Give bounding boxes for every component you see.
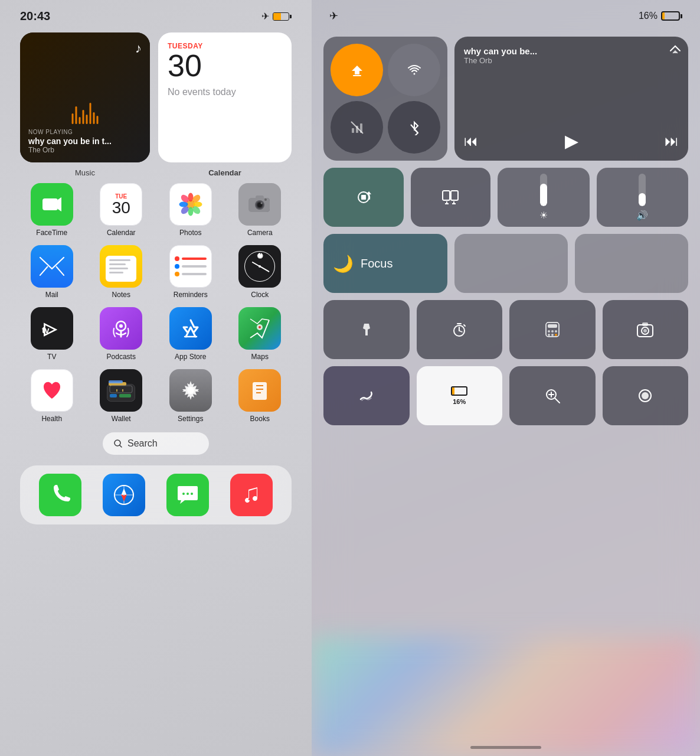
app-podcasts[interactable]: Podcasts	[90, 307, 153, 361]
podcasts-icon	[100, 307, 142, 350]
cc-cellular-toggle[interactable]	[331, 101, 383, 154]
tv-label: TV	[47, 353, 56, 361]
svg-rect-13	[256, 195, 264, 199]
calendar-icon: TUE 30	[100, 183, 142, 226]
app-photos[interactable]: Photos	[159, 183, 223, 237]
svg-rect-63	[443, 191, 450, 200]
app-calendar[interactable]: TUE 30 Calendar	[90, 183, 153, 237]
svg-point-91	[642, 392, 649, 399]
maps-label: Maps	[251, 353, 269, 361]
search-bar[interactable]: Search	[20, 432, 292, 455]
cc-flashlight-btn[interactable]	[323, 300, 410, 359]
now-playing-artist: The Orb	[28, 146, 142, 154]
cc-shazam-btn[interactable]	[323, 366, 410, 425]
photos-icon	[169, 183, 212, 226]
cc-row-5: 16%	[323, 366, 688, 425]
app-reminders[interactable]: Reminders	[159, 245, 223, 299]
app-wallet[interactable]: Wallet	[90, 369, 153, 423]
widgets-row: ♪ NOW PLAYING why can you be in t... The…	[12, 28, 300, 166]
cc-volume-slider[interactable]: 🔊	[597, 168, 689, 227]
cc-airplay-btn[interactable]	[669, 44, 681, 57]
svg-point-25	[119, 324, 123, 328]
cal-no-events: No events today	[168, 87, 282, 97]
calendar-widget[interactable]: TUESDAY 30 No events today	[158, 32, 292, 162]
cc-screenrecord-btn[interactable]	[603, 366, 689, 425]
calendar-widget-label: Calendar	[158, 168, 292, 177]
control-center: ✈ 16%	[312, 0, 700, 756]
app-settings[interactable]: Settings	[159, 369, 223, 423]
cal-widget-day: 30	[168, 50, 282, 81]
cc-brightness-slider[interactable]: ☀	[498, 168, 590, 227]
svg-marker-1	[58, 197, 61, 211]
mail-icon	[31, 245, 73, 288]
cc-magnifier-btn[interactable]	[509, 366, 596, 425]
cc-media-play-btn[interactable]: ▶	[565, 131, 578, 151]
dock-music[interactable]	[230, 474, 273, 516]
cc-screen-mirror[interactable]	[411, 168, 491, 227]
cc-bottom-blur	[312, 638, 700, 756]
clock-label: Clock	[251, 291, 269, 299]
search-pill[interactable]: Search	[103, 432, 209, 455]
books-label: Books	[250, 415, 270, 423]
podcasts-label: Podcasts	[107, 353, 136, 361]
cc-media-fastforward[interactable]: ⏭	[665, 133, 679, 149]
appstore-icon	[169, 307, 212, 350]
cc-volume-icon: 🔊	[636, 210, 648, 221]
cc-status-bar: ✈ 16%	[312, 0, 700, 27]
facetime-label: FaceTime	[36, 229, 67, 237]
wallet-label: Wallet	[112, 415, 131, 423]
app-facetime[interactable]: FaceTime	[20, 183, 84, 237]
app-maps[interactable]: Maps	[228, 307, 292, 361]
svg-rect-38	[119, 394, 131, 397]
camera-icon	[238, 183, 281, 226]
app-clock[interactable]: Clock	[228, 245, 292, 299]
svg-point-5	[179, 202, 188, 207]
app-appstore[interactable]: App Store	[159, 307, 223, 361]
cc-battery-pct: 16%	[639, 11, 658, 21]
app-books[interactable]: Books	[228, 369, 292, 423]
notes-icon	[100, 245, 142, 288]
home-indicator[interactable]	[470, 746, 541, 749]
cc-empty-2	[575, 234, 688, 293]
cc-wifi-btn-icon	[407, 63, 422, 77]
dock-messages[interactable]	[166, 474, 209, 516]
svg-rect-55	[352, 128, 354, 133]
music-widget[interactable]: ♪ NOW PLAYING why can you be in t... The…	[20, 32, 150, 162]
cc-controls-grid: why can you be... The Orb ⏮ ▶ ⏭	[312, 27, 700, 435]
app-mail[interactable]: Mail	[20, 245, 84, 299]
cc-bluetooth-toggle[interactable]	[388, 101, 440, 154]
tv-icon: ▷ tv	[31, 307, 73, 350]
cc-media-rewind[interactable]: ⏮	[464, 133, 478, 149]
svg-rect-33	[109, 380, 123, 383]
cc-focus-toggle[interactable]: 🌙 Focus	[323, 234, 447, 293]
health-label: Health	[41, 415, 62, 423]
cc-wifi-toggle[interactable]	[388, 44, 440, 96]
cc-bluetooth-btn-icon	[407, 120, 421, 135]
app-health[interactable]: Health	[20, 369, 84, 423]
cc-screenrecord-icon	[637, 387, 653, 404]
svg-rect-62	[361, 195, 366, 200]
app-tv[interactable]: ▷ tv TV	[20, 307, 84, 361]
dock-phone[interactable]	[39, 474, 81, 516]
cc-battery-btn[interactable]: 16%	[417, 366, 503, 425]
cc-volume-track	[639, 174, 646, 206]
cc-calculator-btn[interactable]	[509, 300, 596, 359]
music-widget-label: Music	[20, 168, 150, 177]
settings-label: Settings	[178, 415, 203, 423]
cc-camera-btn[interactable]	[603, 300, 689, 359]
cc-airplane-toggle[interactable]	[331, 44, 383, 96]
svg-line-21	[56, 266, 64, 276]
cc-media-card[interactable]: why can you be... The Orb ⏮ ▶ ⏭	[454, 37, 688, 161]
cc-timer-btn[interactable]	[417, 300, 503, 359]
svg-rect-0	[42, 198, 58, 210]
app-notes[interactable]: Notes	[90, 245, 153, 299]
health-icon	[31, 369, 73, 412]
reminders-label: Reminders	[174, 291, 208, 299]
app-camera[interactable]: Camera	[228, 183, 292, 237]
cc-magnifier-icon	[544, 387, 561, 404]
cc-tools-row	[323, 300, 688, 359]
dock-safari[interactable]	[103, 474, 145, 516]
cc-rotation-lock[interactable]	[323, 168, 404, 227]
facetime-icon	[31, 183, 73, 226]
svg-rect-54	[353, 75, 361, 76]
